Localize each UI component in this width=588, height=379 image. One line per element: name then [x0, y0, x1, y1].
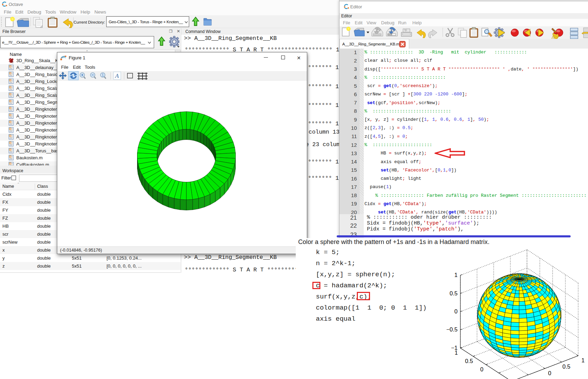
- svg-text:0: 0: [480, 366, 483, 372]
- svg-text:A: A: [10, 65, 11, 67]
- svg-text:1: 1: [581, 357, 585, 363]
- svg-text:A: A: [10, 121, 11, 123]
- svg-text:A: A: [10, 155, 11, 158]
- svg-text:A: A: [10, 86, 11, 88]
- svg-text:0: 0: [548, 370, 551, 376]
- svg-text:A: A: [10, 100, 11, 102]
- svg-text:A: A: [10, 93, 11, 95]
- svg-text:A: A: [10, 162, 11, 165]
- svg-text:1: 1: [455, 349, 458, 356]
- svg-text:1: 1: [454, 272, 457, 278]
- svg-text:0.5: 0.5: [465, 358, 473, 364]
- svg-text:A: A: [10, 142, 11, 144]
- svg-text:A: A: [10, 72, 11, 74]
- svg-text:A: A: [10, 128, 11, 130]
- svg-text:0.5: 0.5: [562, 363, 570, 370]
- svg-text:A: A: [10, 107, 11, 109]
- svg-text:0: 0: [454, 308, 457, 314]
- svg-text:−0.5: −0.5: [446, 326, 458, 332]
- svg-text:A: A: [10, 79, 11, 81]
- svg-text:A: A: [10, 114, 11, 116]
- svg-text:1: 1: [102, 73, 104, 77]
- svg-text:0.5: 0.5: [450, 290, 457, 296]
- svg-text:A: A: [10, 149, 11, 151]
- svg-text:A: A: [10, 135, 11, 137]
- svg-text:A: A: [115, 73, 119, 79]
